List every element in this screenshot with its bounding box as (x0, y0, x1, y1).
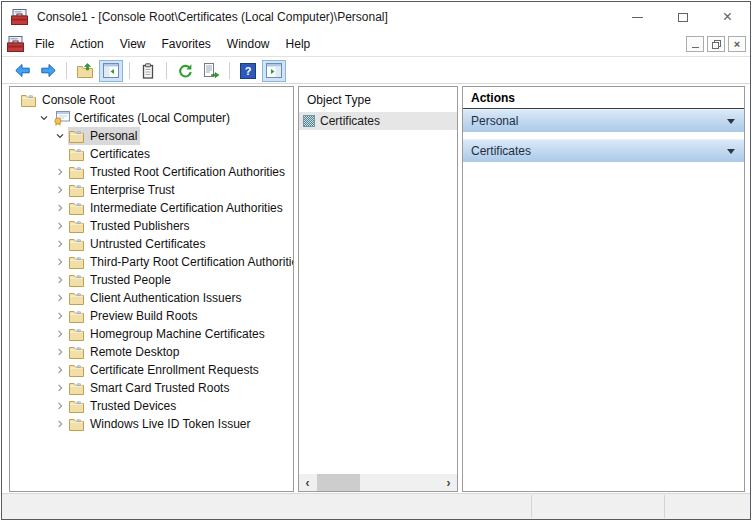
child-minimize-button[interactable] (686, 36, 704, 52)
tree-item-trusted-publishers[interactable]: Trusted Publishers (10, 217, 293, 235)
menu-file[interactable]: File (27, 33, 62, 55)
chevron-collapsed-icon[interactable] (52, 329, 68, 339)
chevron-down-icon[interactable] (727, 149, 735, 154)
clipboard-button[interactable] (136, 60, 160, 82)
tree-item-certificate-enrollment-requests[interactable]: Certificate Enrollment Requests (10, 361, 293, 379)
tree-item-trusted-devices[interactable]: Trusted Devices (10, 397, 293, 415)
tree-item-homegroup-machine-certificates[interactable]: Homegroup Machine Certificates (10, 325, 293, 343)
chevron-collapsed-icon[interactable] (52, 203, 68, 213)
forward-button[interactable] (36, 60, 60, 82)
chevron-collapsed-icon[interactable] (52, 257, 68, 267)
tree-item-personal[interactable]: Personal (10, 127, 293, 145)
maximize-icon (678, 13, 688, 22)
maximize-button[interactable] (660, 2, 705, 32)
close-icon: × (734, 39, 740, 50)
tree-item-windows-live-id-token-issuer[interactable]: Windows Live ID Token Issuer (10, 415, 293, 433)
folder-icon (69, 291, 86, 306)
menu-window[interactable]: Window (219, 33, 278, 55)
tree-item-trusted-root-certification-authorities[interactable]: Trusted Root Certification Authorities (10, 163, 293, 181)
forward-arrow-icon (40, 63, 57, 78)
chevron-expanded-icon[interactable] (52, 131, 68, 141)
chevron-collapsed-icon[interactable] (52, 383, 68, 393)
chevron-collapsed-icon[interactable] (52, 401, 68, 411)
export-list-icon (203, 63, 220, 79)
chevron-collapsed-icon[interactable] (52, 185, 68, 195)
folder-icon (69, 201, 86, 216)
help-button[interactable]: ? (236, 60, 260, 82)
list-column-header[interactable]: Object Type (299, 87, 457, 112)
tree-item-content: Untrusted Certificates (68, 235, 208, 253)
tree-item-label: Homegroup Machine Certificates (90, 327, 265, 341)
chevron-collapsed-icon[interactable] (52, 275, 68, 285)
refresh-button[interactable] (173, 60, 197, 82)
tree-item-certificates[interactable]: Certificates (10, 145, 293, 163)
close-button[interactable]: × (705, 2, 750, 32)
export-list-button[interactable] (199, 60, 223, 82)
tree-item-client-authentication-issuers[interactable]: Client Authentication Issuers (10, 289, 293, 307)
action-group-certificates[interactable]: Certificates (463, 139, 744, 162)
tree-item-content: Console Root (20, 91, 118, 109)
chevron-collapsed-icon[interactable] (52, 347, 68, 357)
up-one-level-button[interactable] (73, 60, 97, 82)
chevron-collapsed-icon[interactable] (52, 221, 68, 231)
object-list-panel: Object Type Certificates ‹ › (298, 86, 458, 492)
tree-item-content: Trusted Publishers (68, 217, 193, 235)
actions-panel-header: Actions (463, 87, 744, 109)
tree-item-smart-card-trusted-roots[interactable]: Smart Card Trusted Roots (10, 379, 293, 397)
folder-icon (69, 165, 86, 180)
list-item-label: Certificates (320, 114, 380, 128)
tree-item-content: Homegroup Machine Certificates (68, 325, 268, 343)
tree-item-label: Trusted Devices (90, 399, 176, 413)
menu-action[interactable]: Action (62, 33, 111, 55)
tree-item-content: Intermediate Certification Authorities (68, 199, 286, 217)
menu-favorites[interactable]: Favorites (154, 33, 219, 55)
tree-item-console-root[interactable]: Console Root (10, 91, 293, 109)
minimize-button[interactable] (615, 2, 660, 32)
tree-item-label: Third-Party Root Certification Authoriti… (90, 255, 294, 269)
tree-item-enterprise-trust[interactable]: Enterprise Trust (10, 181, 293, 199)
tree-item-third-party-root-certification-authorities[interactable]: Third-Party Root Certification Authoriti… (10, 253, 293, 271)
tree-item-content: Enterprise Trust (68, 181, 178, 199)
scroll-left-arrow-icon[interactable]: ‹ (299, 474, 316, 491)
tree-item-untrusted-certificates[interactable]: Untrusted Certificates (10, 235, 293, 253)
tree-item-label: Certificate Enrollment Requests (90, 363, 259, 377)
horizontal-scrollbar[interactable]: ‹ › (299, 474, 457, 491)
tree-item-label: Console Root (42, 93, 115, 107)
chevron-collapsed-icon[interactable] (52, 167, 68, 177)
tree-item-preview-build-roots[interactable]: Preview Build Roots (10, 307, 293, 325)
back-button[interactable] (10, 60, 34, 82)
tree-item-label: Trusted Root Certification Authorities (90, 165, 285, 179)
toolbar-separator (166, 62, 167, 79)
chevron-collapsed-icon[interactable] (52, 365, 68, 375)
show-action-pane-button[interactable] (262, 60, 286, 82)
show-console-tree-button[interactable] (99, 60, 123, 82)
list-item-certificates[interactable]: Certificates (299, 112, 457, 130)
tree-item-certificates-local-computer[interactable]: Certificates (Local Computer) (10, 109, 293, 127)
tree-item-intermediate-certification-authorities[interactable]: Intermediate Certification Authorities (10, 199, 293, 217)
mmc-window: Console1 - [Console Root\Certificates (L… (1, 1, 751, 520)
menu-view[interactable]: View (112, 33, 154, 55)
chevron-collapsed-icon[interactable] (52, 311, 68, 321)
scroll-right-arrow-icon[interactable]: › (440, 474, 457, 491)
refresh-icon (177, 63, 193, 79)
tree-item-trusted-people[interactable]: Trusted People (10, 271, 293, 289)
scrollbar-thumb[interactable] (317, 474, 360, 491)
child-close-button[interactable]: × (728, 36, 746, 52)
console-tree-icon (103, 63, 119, 78)
toolbar-separator (66, 62, 67, 79)
chevron-collapsed-icon[interactable] (52, 419, 68, 429)
chevron-collapsed-icon[interactable] (52, 239, 68, 249)
tree-item-label: Client Authentication Issuers (90, 291, 241, 305)
chevron-down-icon[interactable] (727, 119, 735, 124)
chevron-collapsed-icon[interactable] (52, 293, 68, 303)
tree-item-remote-desktop[interactable]: Remote Desktop (10, 343, 293, 361)
certificates-dither-icon (303, 115, 315, 127)
folder-icon (69, 255, 86, 270)
tree-item-label: Enterprise Trust (90, 183, 175, 197)
action-group-personal[interactable]: Personal (463, 109, 744, 132)
folder-icon (21, 93, 38, 108)
chevron-expanded-icon[interactable] (36, 113, 52, 123)
child-restore-button[interactable] (707, 36, 725, 52)
folder-icon (69, 183, 86, 198)
menu-help[interactable]: Help (278, 33, 319, 55)
